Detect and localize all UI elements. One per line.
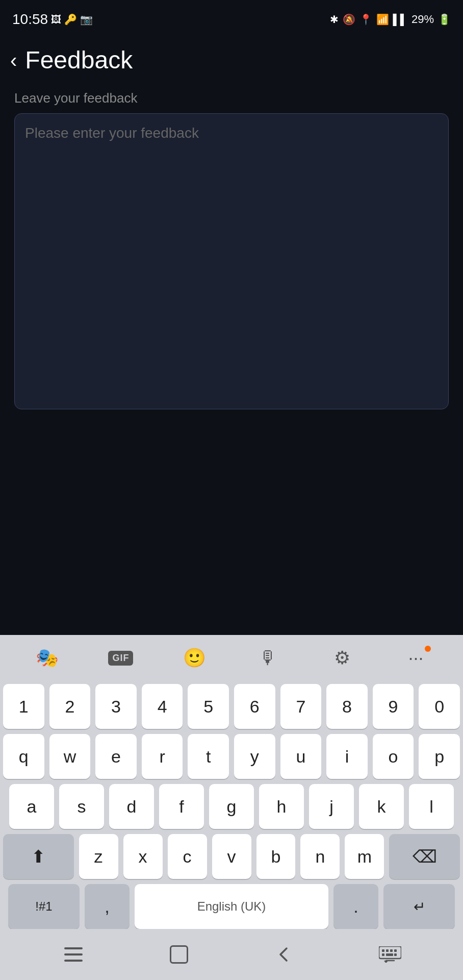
settings-icon: ⚙ <box>334 647 350 669</box>
key-k[interactable]: k <box>359 784 404 829</box>
key-f[interactable]: f <box>159 784 204 829</box>
feedback-label: Leave your feedback <box>14 90 449 106</box>
sticker-button[interactable]: 🎭 <box>29 643 65 673</box>
key-i[interactable]: i <box>326 734 368 779</box>
status-left-group: 10:58 🖼 🔑 📷 <box>12 11 93 28</box>
status-icon-media: 🖼 <box>51 14 61 26</box>
nav-bar <box>0 929 463 980</box>
svg-rect-5 <box>386 949 389 952</box>
key-8[interactable]: 8 <box>326 684 368 729</box>
status-icon-key: 🔑 <box>64 13 77 26</box>
key-u[interactable]: u <box>280 734 322 779</box>
comma-key[interactable]: , <box>85 884 130 929</box>
status-bar: 10:58 🖼 🔑 📷 ✱ 🔕 📍 📶 ▌▌ 29% 🔋 <box>0 0 463 37</box>
key-y[interactable]: y <box>234 734 275 779</box>
key-x[interactable]: x <box>123 834 163 879</box>
more-icon: ··· <box>408 647 424 669</box>
emoji-icon: 🙂 <box>183 647 206 669</box>
key-s[interactable]: s <box>59 784 104 829</box>
status-time: 10:58 <box>12 11 48 28</box>
svg-rect-2 <box>64 960 83 962</box>
emoji-button[interactable]: 🙂 <box>177 643 213 673</box>
nav-back-button[interactable] <box>264 939 305 970</box>
nav-keyboard-button[interactable] <box>370 939 410 970</box>
svg-rect-3 <box>379 946 401 959</box>
key-3[interactable]: 3 <box>95 684 137 729</box>
key-t[interactable]: t <box>188 734 229 779</box>
svg-rect-8 <box>382 953 384 956</box>
home-icon <box>170 945 188 964</box>
gif-button[interactable]: GIF <box>103 643 139 673</box>
status-icon-video: 📷 <box>80 13 93 26</box>
key-l[interactable]: l <box>409 784 454 829</box>
key-m[interactable]: m <box>345 834 384 879</box>
key-v[interactable]: v <box>212 834 251 879</box>
key-7[interactable]: 7 <box>280 684 322 729</box>
symbols-button[interactable]: !#1 <box>8 884 80 929</box>
key-z[interactable]: z <box>79 834 118 879</box>
key-b[interactable]: b <box>256 834 296 879</box>
key-j[interactable]: j <box>309 784 354 829</box>
svg-rect-4 <box>382 949 384 952</box>
key-n[interactable]: n <box>300 834 340 879</box>
asdf-row: a s d f g h j k l <box>3 784 460 829</box>
key-9[interactable]: 9 <box>373 684 414 729</box>
status-volume-off: 🔕 <box>343 13 355 26</box>
space-key[interactable]: English (UK) <box>135 884 328 929</box>
status-signal: ▌▌ <box>393 14 407 26</box>
sticker-icon: 🎭 <box>36 647 59 669</box>
key-q[interactable]: q <box>3 734 44 779</box>
feedback-input[interactable] <box>14 113 449 409</box>
page-title: Feedback <box>25 46 133 74</box>
menu-icon <box>64 947 83 962</box>
key-a[interactable]: a <box>9 784 54 829</box>
status-wifi: 📶 <box>376 13 389 26</box>
keyboard-toolbar: 🎭 GIF 🙂 🎙 ⚙ ··· <box>0 635 463 681</box>
key-g[interactable]: g <box>209 784 254 829</box>
key-d[interactable]: d <box>109 784 154 829</box>
nav-home-button[interactable] <box>159 939 199 970</box>
gif-icon: GIF <box>108 651 133 666</box>
key-o[interactable]: o <box>373 734 414 779</box>
svg-rect-10 <box>394 953 397 956</box>
key-5[interactable]: 5 <box>188 684 229 729</box>
bottom-row: !#1 , English (UK) . ↵ <box>3 884 460 929</box>
mic-button[interactable]: 🎙 <box>250 643 286 673</box>
shift-button[interactable]: ⬆ <box>3 834 74 879</box>
back-icon <box>276 946 293 963</box>
keyboard-icon <box>379 946 401 963</box>
nav-menu-button[interactable] <box>53 939 94 970</box>
key-0[interactable]: 0 <box>419 684 460 729</box>
content-area: Leave your feedback <box>0 83 463 635</box>
period-key[interactable]: . <box>333 884 378 929</box>
backspace-button[interactable]: ⌫ <box>389 834 460 879</box>
key-r[interactable]: r <box>142 734 183 779</box>
svg-rect-7 <box>394 949 397 952</box>
number-row: 1 2 3 4 5 6 7 8 9 0 <box>3 684 460 729</box>
status-battery: 29% <box>411 13 434 26</box>
key-w[interactable]: w <box>49 734 91 779</box>
svg-rect-0 <box>64 947 83 949</box>
keyboard-area: 🎭 GIF 🙂 🎙 ⚙ ··· 1 2 3 4 5 6 7 8 <box>0 635 463 980</box>
key-1[interactable]: 1 <box>3 684 44 729</box>
key-c[interactable]: c <box>168 834 207 879</box>
enter-key[interactable]: ↵ <box>383 884 455 929</box>
notification-dot <box>425 646 431 652</box>
zxcv-row: ⬆ z x c v b n m ⌫ <box>3 834 460 879</box>
status-right-group: ✱ 🔕 📍 📶 ▌▌ 29% 🔋 <box>330 13 451 26</box>
key-e[interactable]: e <box>95 734 137 779</box>
more-button[interactable]: ··· <box>398 643 434 673</box>
status-location: 📍 <box>359 13 372 26</box>
key-h[interactable]: h <box>259 784 304 829</box>
settings-button[interactable]: ⚙ <box>324 643 360 673</box>
back-button[interactable]: ‹ <box>10 50 17 70</box>
key-6[interactable]: 6 <box>234 684 275 729</box>
app-header: ‹ Feedback <box>0 37 463 83</box>
status-bluetooth: ✱ <box>330 13 339 26</box>
key-2[interactable]: 2 <box>49 684 91 729</box>
status-battery-icon: 🔋 <box>438 13 451 26</box>
key-4[interactable]: 4 <box>142 684 183 729</box>
key-p[interactable]: p <box>419 734 460 779</box>
svg-rect-9 <box>386 953 393 956</box>
qwerty-row: q w e r t y u i o p <box>3 734 460 779</box>
